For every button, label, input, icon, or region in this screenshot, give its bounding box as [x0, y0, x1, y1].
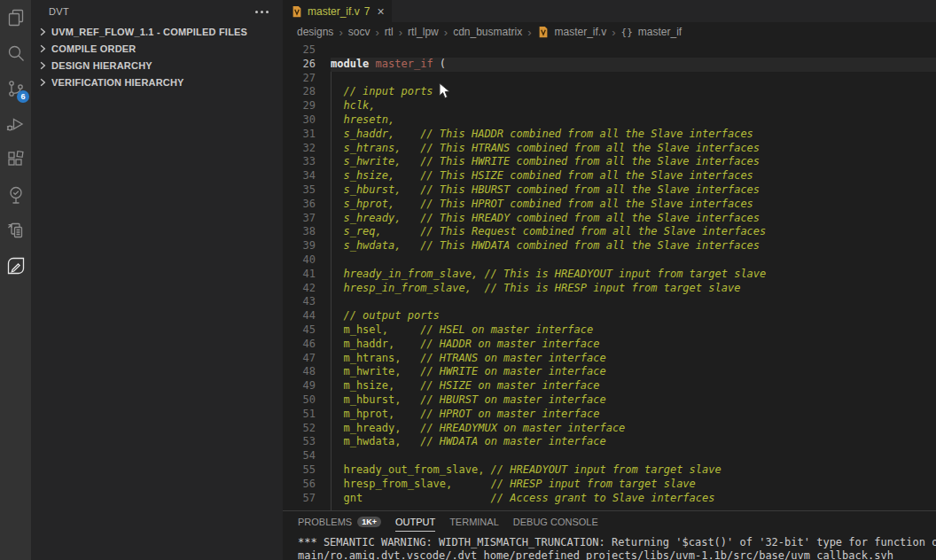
- line-content: s_htrans, // This HTRANS combined from a…: [331, 142, 936, 156]
- code-line-46[interactable]: 46 m_haddr, // HADDR on master interface: [283, 338, 936, 352]
- line-content: // output ports: [331, 309, 936, 323]
- tree-check-activity-button[interactable]: [0, 177, 31, 213]
- line-number: 41: [283, 268, 331, 282]
- breadcrumb-symbol[interactable]: master_if: [638, 26, 682, 38]
- line-content: hclk,: [331, 99, 936, 113]
- search-activity-button[interactable]: [0, 35, 31, 71]
- explorer-activity-button[interactable]: [0, 0, 31, 35]
- tree-item-design-hierarchy[interactable]: DESIGN HIERARCHY: [31, 57, 283, 74]
- code-line-48[interactable]: 48 m_hwrite, // HWRITE on master interfa…: [283, 365, 936, 379]
- line-number: 46: [283, 338, 331, 352]
- line-number: 39: [283, 239, 331, 253]
- panel-tab-terminal[interactable]: TERMINAL: [449, 517, 499, 531]
- run-and-debug-activity-button[interactable]: [0, 106, 31, 142]
- line-content: s_hwdata, // This HWDATA combined from a…: [331, 239, 936, 253]
- line-number: 40: [283, 253, 331, 268]
- code-line-31[interactable]: 31 s_haddr, // This HADDR combined from …: [283, 128, 936, 142]
- code-editor[interactable]: 2526module master_if (2728 // input port…: [283, 42, 936, 510]
- line-number: 33: [283, 155, 331, 169]
- line-number: 27: [283, 72, 331, 86]
- code-line-42[interactable]: 42 hresp_in_from_slave, // This is HRESP…: [283, 282, 936, 296]
- line-content: m_hsize, // HSIZE on master interface: [331, 379, 936, 393]
- verilog-file-icon: [537, 26, 550, 38]
- code-line-40[interactable]: 40: [283, 253, 936, 268]
- breadcrumb-segment[interactable]: rtl_lpw: [408, 26, 439, 38]
- code-line-25[interactable]: 25: [283, 43, 936, 58]
- code-line-39[interactable]: 39 s_hwdata, // This HWDATA combined fro…: [283, 239, 936, 253]
- line-number: 34: [283, 169, 331, 183]
- code-line-56[interactable]: 56 hresp_from_slave, // HRESP input from…: [283, 478, 936, 492]
- line-number: 38: [283, 225, 331, 239]
- tree-item-verification-hierarchy[interactable]: VERIFICATION HIERARCHY: [31, 74, 283, 90]
- code-line-55[interactable]: 55 hready_out_from_slave, // HREADYOUT i…: [283, 463, 936, 478]
- tree-item-compile-order[interactable]: COMPILE ORDER: [31, 40, 283, 57]
- close-icon[interactable]: ×: [377, 5, 384, 18]
- code-line-32[interactable]: 32 s_htrans, // This HTRANS combined fro…: [283, 142, 936, 156]
- line-content: s_hwrite, // This HWRITE combined from a…: [331, 155, 936, 169]
- line-number: 43: [283, 295, 331, 309]
- breadcrumb-segment[interactable]: rtl: [385, 26, 394, 38]
- tab-master-if[interactable]: master_if.v 7 ×: [283, 0, 392, 22]
- tree-item-label: DESIGN HIERARCHY: [51, 60, 152, 71]
- breadcrumb-segment[interactable]: cdn_busmatrix: [453, 26, 522, 38]
- line-content: m_hsel, // HSEL on master interface: [331, 323, 936, 338]
- code-line-29[interactable]: 29 hclk,: [283, 99, 936, 113]
- source-control-activity-button[interactable]: 6: [0, 71, 31, 106]
- code-line-35[interactable]: 35 s_hburst, // This HBURST combined fro…: [283, 183, 936, 198]
- tree-item-label: UVM_REF_FLOW_1.1 - COMPILED FILES: [51, 27, 247, 37]
- docs-stack-activity-button[interactable]: [0, 213, 31, 248]
- code-line-36[interactable]: 36 s_hprot, // This HPROT combined from …: [283, 198, 936, 212]
- code-line-54[interactable]: 54: [283, 449, 936, 463]
- symbol-brackets-icon: {}: [621, 27, 633, 38]
- breadcrumb-segment[interactable]: designs: [297, 26, 333, 38]
- line-content: hresp_in_from_slave, // This is HRESP in…: [331, 282, 936, 296]
- breadcrumb-file-icon: [537, 26, 550, 39]
- sidebar-title: DVT: [49, 6, 69, 17]
- code-line-47[interactable]: 47 m_htrans, // HTRANS on master interfa…: [283, 352, 936, 366]
- line-number: 36: [283, 198, 331, 212]
- line-content: hresetn,: [331, 113, 936, 128]
- code-line-44[interactable]: 44 // output ports: [283, 309, 936, 323]
- code-line-33[interactable]: 33 s_hwrite, // This HWRITE combined fro…: [283, 155, 936, 169]
- line-number: 42: [283, 282, 331, 296]
- code-line-51[interactable]: 51 m_hprot, // HPROT on master interface: [283, 408, 936, 422]
- code-line-50[interactable]: 50 m_hburst, // HBURST on master interfa…: [283, 393, 936, 408]
- code-line-34[interactable]: 34 s_hsize, // This HSIZE combined from …: [283, 169, 936, 183]
- code-line-27[interactable]: 27: [283, 72, 936, 86]
- breadcrumb-separator: ›: [612, 26, 615, 39]
- code-line-57[interactable]: 57 gnt // Access grant to Slave interfac…: [283, 492, 936, 506]
- line-content: s_req, // This Request combined from all…: [331, 225, 936, 239]
- code-line-28[interactable]: 28 // input ports: [283, 85, 936, 99]
- code-line-45[interactable]: 45 m_hsel, // HSEL on master interface: [283, 323, 936, 338]
- line-number: 51: [283, 408, 331, 422]
- panel-tab-output[interactable]: OUTPUT: [395, 517, 435, 532]
- more-actions-icon[interactable]: [254, 7, 270, 17]
- breadcrumb-segment[interactable]: socv: [348, 26, 370, 38]
- line-content: m_hwrite, // HWRITE on master interface: [331, 365, 936, 379]
- activity-bar: 6: [0, 0, 31, 560]
- code-line-30[interactable]: 30 hresetn,: [283, 113, 936, 128]
- code-line-49[interactable]: 49 m_hsize, // HSIZE on master interface: [283, 379, 936, 393]
- run-and-debug-icon: [5, 113, 27, 135]
- line-content: hresp_from_slave, // HRESP input from ta…: [331, 478, 936, 492]
- code-line-43[interactable]: 43: [283, 295, 936, 309]
- code-line-37[interactable]: 37 s_hready, // This HREADY combined fro…: [283, 212, 936, 226]
- panel-tab-problems[interactable]: PROBLEMS1K+: [298, 517, 381, 531]
- line-number: 50: [283, 393, 331, 408]
- code-line-41[interactable]: 41 hready_in_from_slave, // This is HREA…: [283, 268, 936, 282]
- code-line-38[interactable]: 38 s_req, // This Request combined from …: [283, 225, 936, 239]
- line-content: [331, 72, 936, 86]
- code-line-26[interactable]: 26module master_if (: [283, 58, 936, 72]
- tree-item-uvm-ref-flow-1-1-compiled-files[interactable]: UVM_REF_FLOW_1.1 - COMPILED FILES: [31, 23, 283, 40]
- breadcrumb-file[interactable]: master_if.v: [555, 26, 607, 38]
- output-console[interactable]: *** SEMANTIC WARNING: WIDTH_MISMATCH_TRU…: [283, 533, 936, 560]
- dvt-pencil-activity-button[interactable]: [0, 248, 31, 284]
- line-number: 37: [283, 212, 331, 226]
- line-content: [331, 449, 936, 463]
- code-line-53[interactable]: 53 m_hwdata, // HWDATA on master interfa…: [283, 435, 936, 449]
- panel-tab-debug-console[interactable]: DEBUG CONSOLE: [513, 517, 598, 531]
- dvt-pencil-icon: [5, 255, 27, 276]
- extensions-activity-button[interactable]: [0, 142, 31, 177]
- line-content: s_hburst, // This HBURST combined from a…: [331, 183, 936, 198]
- code-line-52[interactable]: 52 m_hready, // HREADYMUX on master inte…: [283, 422, 936, 436]
